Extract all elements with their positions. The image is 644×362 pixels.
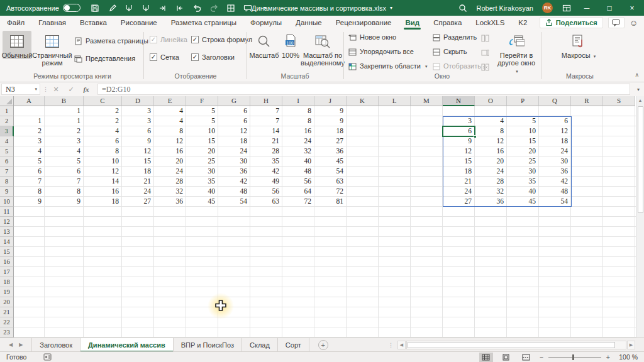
row-header-20[interactable]: 20	[0, 297, 14, 307]
cell-P4[interactable]: 15	[507, 136, 538, 146]
cell-O7[interactable]: 24	[475, 167, 506, 177]
cell-F9[interactable]: 40	[186, 187, 218, 197]
ribbon-tab-0[interactable]: Файл	[0, 16, 31, 30]
user-name[interactable]: Robert Kirakosyan	[477, 4, 534, 12]
cell-N3[interactable]: 6	[443, 126, 474, 136]
cell-C5[interactable]: 8	[84, 146, 121, 156]
col-header-S[interactable]: S	[603, 96, 635, 106]
cell-E7[interactable]: 24	[154, 167, 186, 177]
cell-Q2[interactable]: 6	[539, 116, 570, 126]
worksheet-grid[interactable]: ABCDEFGHIJKLMNOPQRS 12345678910111213141…	[0, 96, 636, 337]
cell-O2[interactable]: 4	[475, 116, 506, 126]
cell-F8[interactable]: 35	[186, 177, 218, 187]
zoom-thumb[interactable]	[572, 354, 574, 360]
add-sheet-button[interactable]: +	[318, 340, 328, 350]
cell-N6[interactable]: 15	[443, 156, 474, 167]
cell-J1[interactable]: 9	[314, 106, 346, 116]
cell-F10[interactable]: 45	[186, 197, 218, 207]
cell-F2[interactable]: 5	[186, 116, 218, 126]
cell-G9[interactable]: 48	[218, 187, 250, 197]
col-header-D[interactable]: D	[122, 96, 154, 106]
col-header-I[interactable]: I	[282, 96, 314, 106]
cell-A3[interactable]: 2	[14, 126, 44, 136]
cell-H1[interactable]: 7	[250, 106, 282, 116]
cell-A8[interactable]: 7	[14, 177, 44, 187]
borders-icon[interactable]	[226, 3, 236, 13]
ribbon-tab-1[interactable]: Главная	[31, 16, 73, 30]
cell-G4[interactable]: 18	[218, 136, 250, 146]
cell-F4[interactable]: 15	[186, 136, 218, 146]
cell-A9[interactable]: 8	[14, 187, 44, 197]
custom-views-button[interactable]: Представления	[74, 55, 135, 63]
cell-A7[interactable]: 6	[14, 167, 44, 177]
cell-Q5[interactable]: 24	[539, 146, 570, 156]
cell-Q7[interactable]: 36	[539, 167, 570, 177]
cell-D1[interactable]: 3	[122, 106, 153, 116]
cell-I5[interactable]: 32	[282, 146, 314, 156]
row-header-4[interactable]: 4	[0, 136, 14, 146]
row-header-23[interactable]: 23	[0, 327, 14, 337]
close-button[interactable]: ×	[625, 4, 639, 13]
vertical-scroll-thumb[interactable]	[638, 106, 643, 213]
cell-J7[interactable]: 54	[314, 167, 346, 177]
headings-checkbox[interactable]: ✓Заголовки	[191, 53, 235, 61]
cell-D10[interactable]: 27	[122, 197, 153, 207]
col-header-C[interactable]: C	[84, 96, 122, 106]
cell-O6[interactable]: 20	[475, 156, 506, 167]
cell-B2[interactable]: 1	[45, 116, 83, 126]
cell-A2[interactable]: 1	[14, 116, 44, 126]
cell-H8[interactable]: 49	[250, 177, 282, 187]
sheet-nav-left-icon[interactable]: ◀	[9, 342, 13, 348]
cell-G7[interactable]: 36	[218, 167, 250, 177]
cell-Q10[interactable]: 54	[539, 197, 570, 207]
macros-button[interactable]: Макросы ▾	[560, 31, 597, 60]
row-header-2[interactable]: 2	[0, 116, 14, 126]
cell-J4[interactable]: 27	[314, 136, 346, 146]
cell-J3[interactable]: 18	[314, 126, 346, 136]
cell-P7[interactable]: 30	[507, 167, 538, 177]
formula-input[interactable]: =D2:G10	[97, 84, 630, 95]
name-box[interactable]: N3 ▾	[1, 84, 40, 95]
col-header-J[interactable]: J	[314, 96, 347, 106]
cell-C3[interactable]: 4	[84, 126, 121, 136]
horizontal-scrollbar[interactable]: ⋮ ◀ ▶	[388, 338, 644, 352]
normal-view-button[interactable]: Обычный	[3, 31, 31, 59]
ribbon-tab-5[interactable]: Формулы	[243, 16, 289, 30]
col-header-A[interactable]: A	[14, 96, 45, 106]
cell-E6[interactable]: 20	[154, 156, 186, 167]
page-layout-button[interactable]: Разметка страницы	[74, 37, 148, 45]
autosave-control[interactable]: Автосохранение	[6, 4, 80, 12]
row-header-16[interactable]: 16	[0, 257, 14, 267]
normal-view-status-button[interactable]	[479, 353, 493, 362]
cell-I9[interactable]: 64	[282, 187, 314, 197]
vertical-scrollbar[interactable]: ▲	[636, 96, 644, 337]
document-title[interactable]: Динамические массивы и сортировка.xlsx	[252, 4, 386, 12]
undo-icon[interactable]	[192, 3, 202, 13]
collapse-ribbon-icon[interactable]: ∧	[635, 72, 639, 78]
page-layout-status-button[interactable]	[499, 353, 513, 362]
ribbon-tab-8[interactable]: Вид	[398, 16, 426, 30]
ribbon-tab-9[interactable]: Справка	[426, 16, 469, 30]
cell-J5[interactable]: 36	[314, 146, 346, 156]
cell-G5[interactable]: 24	[218, 146, 250, 156]
cell-C2[interactable]: 2	[84, 116, 121, 126]
gridlines-checkbox[interactable]: ✓Сетка	[150, 53, 179, 61]
cell-D7[interactable]: 18	[122, 167, 153, 177]
cell-Q8[interactable]: 42	[539, 177, 570, 187]
col-header-K[interactable]: K	[347, 96, 379, 106]
cell-P9[interactable]: 40	[507, 187, 538, 197]
row-header-18[interactable]: 18	[0, 277, 14, 287]
cell-G2[interactable]: 6	[218, 116, 250, 126]
search-icon[interactable]	[458, 3, 468, 13]
hide-button[interactable]: Скрыть	[433, 48, 467, 56]
col-header-L[interactable]: L	[379, 96, 411, 106]
macro-record-icon[interactable]	[43, 353, 52, 362]
cell-F7[interactable]: 30	[186, 167, 218, 177]
cell-E9[interactable]: 32	[154, 187, 186, 197]
col-header-F[interactable]: F	[186, 96, 218, 106]
cell-P10[interactable]: 45	[507, 197, 538, 207]
pin-down-icon-1[interactable]	[125, 3, 134, 13]
cell-E1[interactable]: 4	[154, 106, 186, 116]
cell-I2[interactable]: 8	[282, 116, 314, 126]
cell-I1[interactable]: 8	[282, 106, 314, 116]
